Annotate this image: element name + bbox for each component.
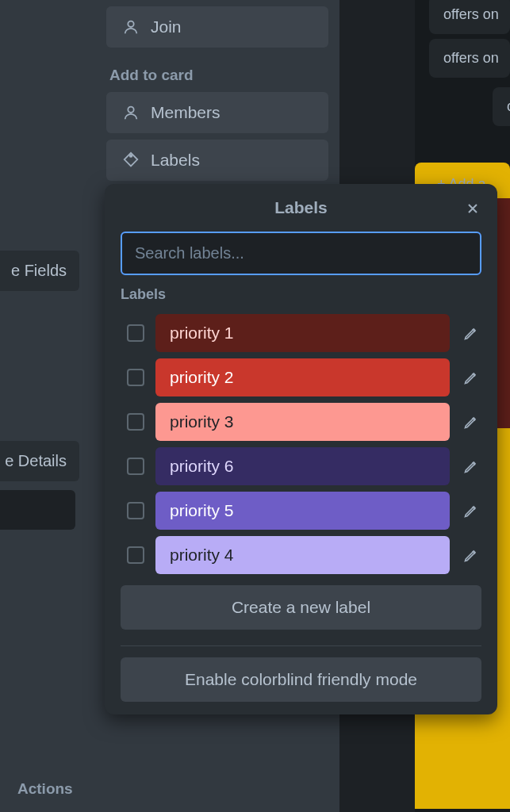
label-row: priority 6	[105, 447, 497, 485]
labels-section-title: Labels	[105, 286, 497, 303]
join-label: Join	[151, 17, 182, 36]
members-label: Members	[151, 103, 220, 122]
label-row: priority 5	[105, 492, 497, 530]
search-labels-input[interactable]	[121, 232, 481, 275]
edit-label-button[interactable]	[461, 500, 481, 521]
person-icon	[122, 18, 140, 36]
label-chip[interactable]: priority 1	[155, 314, 450, 352]
svg-point-4	[130, 155, 132, 157]
partial-dark	[0, 490, 75, 530]
person-icon	[122, 104, 140, 121]
pencil-icon	[463, 414, 479, 430]
label-row: priority 4	[105, 536, 497, 574]
tag-icon	[122, 151, 140, 169]
add-to-card-title: Add to card	[106, 67, 328, 84]
svg-point-2	[128, 21, 133, 27]
label-checkbox[interactable]	[127, 369, 144, 386]
label-chip[interactable]: priority 5	[155, 492, 450, 530]
edit-label-button[interactable]	[461, 456, 481, 477]
edit-label-button[interactable]	[461, 412, 481, 432]
close-icon	[465, 201, 481, 216]
bg-card: offers on	[429, 0, 510, 34]
label-checkbox[interactable]	[127, 502, 144, 519]
pencil-icon	[463, 370, 479, 385]
colorblind-mode-button[interactable]: Enable colorblind friendly mode	[121, 657, 481, 702]
label-checkbox[interactable]	[127, 546, 144, 564]
actions-title: Actions	[14, 780, 73, 798]
pencil-icon	[463, 325, 479, 341]
edit-label-button[interactable]	[461, 323, 481, 343]
label-row: priority 1	[105, 314, 497, 352]
edit-label-button[interactable]	[461, 367, 481, 388]
svg-point-3	[128, 107, 133, 113]
pencil-icon	[463, 547, 479, 563]
labels-popover: Labels Labels priority 1priority 2priori…	[105, 184, 497, 714]
label-chip[interactable]: priority 4	[155, 536, 450, 574]
label-chip[interactable]: priority 2	[155, 358, 450, 396]
bg-card: offers on	[493, 87, 510, 126]
bg-card: offers on	[429, 39, 510, 78]
pencil-icon	[463, 458, 479, 474]
labels-label: Labels	[151, 151, 200, 170]
label-chip[interactable]: priority 6	[155, 447, 450, 485]
close-button[interactable]	[462, 198, 483, 219]
popover-title: Labels	[274, 198, 328, 217]
join-button[interactable]: Join	[106, 6, 328, 48]
label-checkbox[interactable]	[127, 324, 144, 342]
divider	[121, 645, 481, 646]
label-checkbox[interactable]	[127, 413, 144, 431]
create-label-button[interactable]: Create a new label	[121, 585, 481, 630]
labels-button[interactable]: Labels	[106, 140, 328, 181]
label-chip[interactable]: priority 3	[155, 403, 450, 441]
label-row: priority 2	[105, 358, 497, 396]
partial-fields-button[interactable]: e Fields	[0, 251, 79, 291]
members-button[interactable]: Members	[106, 92, 328, 133]
label-row: priority 3	[105, 403, 497, 441]
label-checkbox[interactable]	[127, 458, 144, 475]
popover-header: Labels	[105, 184, 497, 232]
edit-label-button[interactable]	[461, 545, 481, 565]
partial-details-button[interactable]: e Details	[0, 441, 79, 481]
pencil-icon	[463, 503, 479, 519]
